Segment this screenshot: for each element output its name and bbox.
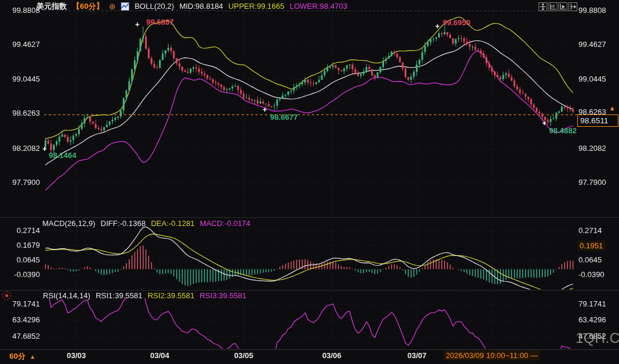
add-indicator-icon[interactable]: ⊕: [109, 2, 116, 11]
price-axis-tick: 97.7900: [578, 178, 606, 186]
locate-latest-icon[interactable]: [2, 291, 11, 300]
price-axis-tick: 98.6263: [0, 109, 40, 117]
price-axis-tick: 99.0445: [0, 75, 40, 83]
rsi-axis-tick: 47.6852: [0, 332, 40, 340]
macd-dea-value: DEA:-0.1281: [151, 219, 194, 228]
date-label: 03/04: [139, 351, 180, 360]
latest-bar-arrow-icon[interactable]: ▲: [609, 105, 615, 112]
price-axis-tick: 98.2082: [578, 144, 606, 152]
macd-axis-tick: 0.2714: [578, 227, 602, 234]
price-axis-tick: 99.8808: [578, 6, 606, 14]
macd-axis-tick: 0.0645: [578, 256, 602, 264]
macd-axis-tick: -0.0390: [578, 271, 604, 278]
price-axis-tick: 97.7900: [0, 178, 40, 186]
price-axis-tick: 99.8808: [0, 6, 40, 14]
high-label-1: 99.6887: [146, 18, 174, 26]
boll-lower-value: LOWER:98.4703: [290, 2, 347, 11]
session-time-label: 2026/03/09 10:00~11:00 —: [443, 350, 540, 360]
timeframe-value: 60分: [9, 351, 25, 362]
chart-type-icon[interactable]: [121, 2, 129, 11]
price-axis-tick: 99.4627: [578, 41, 606, 48]
timeframe-label: 【60分】: [72, 2, 103, 11]
macd-diff-value: DIFF:-0.1368: [100, 219, 146, 228]
pan-right-icon[interactable]: [568, 2, 577, 11]
symbol-label: 美元指数: [36, 2, 67, 11]
site-watermark: 1QH.CN: [576, 330, 619, 346]
date-label: 03/05: [223, 351, 264, 360]
last-price-box: 98.6511: [577, 114, 618, 127]
extreme-marker-cross: +: [542, 120, 547, 126]
rsi3-value: RSI3:39.5581: [200, 291, 247, 300]
extreme-marker-cross: +: [435, 23, 440, 29]
y-axis-scale-icon[interactable]: [549, 2, 557, 11]
extreme-marker-cross: +: [263, 107, 267, 113]
rsi-study-label: RSI(14,14,14): [43, 291, 90, 300]
boll-study-label: BOLL(20,2): [134, 2, 174, 11]
caret-up-icon: ▲: [29, 353, 35, 360]
macd-header: MACD(26,12,9) DIFF:-0.1368 DEA:-0.1281 M…: [42, 219, 250, 228]
date-label: 03/07: [396, 351, 438, 360]
price-axis-tick: 99.0445: [578, 75, 606, 83]
rsi-axis-tick: 79.1741: [0, 300, 40, 308]
timeframe-selector[interactable]: 60分 ▲: [9, 351, 35, 362]
rsi-axis-tick: 63.4296: [578, 316, 606, 323]
macd-study-label: MACD(26,12,9): [42, 219, 95, 228]
boll-upper-value: UPPER:99.1665: [228, 2, 284, 11]
rsi-axis-tick: 79.1741: [578, 300, 606, 308]
chart-toolbar: [539, 2, 577, 11]
low-label-3: 98.4882: [549, 126, 577, 135]
rsi2-value: RSI2:39.5581: [147, 291, 194, 300]
macd-axis-tick: 0.1679: [0, 241, 40, 249]
crosshair-move-icon[interactable]: [539, 2, 547, 11]
playback-icon[interactable]: [559, 2, 567, 11]
date-label: 03/06: [311, 351, 352, 360]
macd-latest-badge: 0.1951: [577, 241, 605, 251]
extreme-marker-cross: +: [42, 146, 47, 152]
chart-canvas[interactable]: [0, 0, 619, 364]
price-axis-tick: 98.2082: [0, 144, 40, 152]
date-label: 03/03: [56, 351, 97, 360]
rsi-header: RSI(14,14,14) RSI1:39.5581 RSI2:39.5581 …: [43, 291, 246, 300]
chart-header: 美元指数 【60分】 ⊕ BOLL(20,2) MID:98.8184 UPPE…: [36, 2, 348, 11]
rsi-axis-tick: 63.4296: [0, 316, 40, 323]
macd-axis-tick: 0.2714: [0, 227, 40, 234]
macd-axis-tick: 0.0645: [0, 256, 40, 264]
price-axis-tick: 99.4627: [0, 41, 40, 48]
macd-axis-tick: -0.0390: [0, 271, 40, 278]
boll-mid-value: MID:98.8184: [179, 2, 223, 11]
low-label-2: 98.6677: [270, 113, 298, 122]
macd-macd-value: MACD:-0.0174: [200, 219, 250, 228]
low-label-1: 98.1464: [49, 151, 76, 160]
high-label-2: 99.6950: [443, 18, 470, 27]
rsi1-value: RSI1:39.5581: [96, 291, 143, 300]
extreme-marker-cross: +: [135, 22, 140, 28]
